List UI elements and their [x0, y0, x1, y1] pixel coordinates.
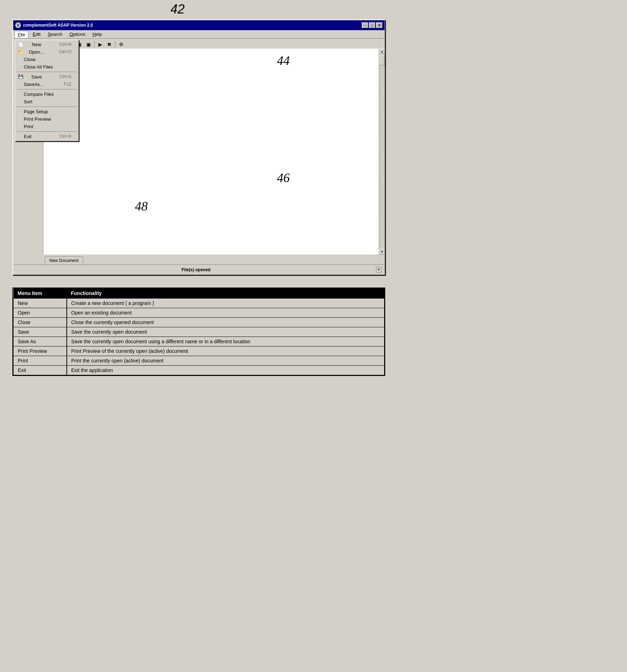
- table-cell-functionality: Create a new document ( a program ): [67, 299, 385, 308]
- menu-saveas[interactable]: SaveAs... F12: [15, 81, 78, 88]
- toolbar-frame2[interactable]: ▣: [84, 40, 93, 49]
- separator-4: [17, 131, 77, 132]
- scroll-down-button[interactable]: ▼: [379, 249, 385, 255]
- table-row: PrintPrint the currently open (active) d…: [13, 356, 385, 366]
- menu-new-shortcut: Ctrl+N: [59, 42, 71, 47]
- menu-compare-label: Compare Files: [24, 92, 54, 97]
- app-icon: S: [15, 22, 21, 28]
- table-row: CloseClose the currently opened document: [13, 318, 385, 327]
- menu-pagesetup-label: Page Setup: [24, 109, 48, 114]
- annotation-46: 46: [277, 170, 290, 185]
- menu-sort-label: Sort: [24, 99, 32, 104]
- menu-file-label: File: [18, 32, 25, 37]
- title-bar: S complementSoft ASAP Version 2.0 ─ □ ✕: [13, 20, 385, 30]
- table-row: Save AsSave the currently open document …: [13, 337, 385, 346]
- tab-bar: New Document: [43, 255, 385, 264]
- menu-sort[interactable]: Sort: [15, 98, 78, 105]
- annotation-42: 42: [170, 2, 185, 17]
- separator-2: [17, 89, 77, 89]
- table-cell-functionality: Print Preview of the currently open (act…: [67, 346, 385, 356]
- table-cell-menu-item: Exit: [13, 366, 67, 375]
- menu-save-shortcut: Ctrl+S: [59, 74, 71, 79]
- menu-close-all-label: Close All Files: [24, 64, 53, 70]
- menu-new-icon: 📄: [18, 42, 24, 47]
- menu-open[interactable]: 📂 Open... Ctrl+O: [15, 48, 78, 56]
- toolbar-sep4: [115, 41, 115, 48]
- status-text: File(s) opened: [16, 267, 376, 272]
- menu-close-label: Close: [24, 57, 36, 62]
- toolbar-sep3: [94, 41, 94, 48]
- menu-print-label: Print: [24, 124, 33, 129]
- table-row: SaveSave the currently open document: [13, 327, 385, 337]
- menu-open-label: Open...: [29, 49, 44, 55]
- toolbar-stop[interactable]: ✖: [105, 40, 114, 49]
- separator-3: [17, 106, 77, 107]
- status-bar: File(s) opened ▼: [13, 264, 385, 274]
- table-cell-functionality: Print the currently open (active) docume…: [67, 356, 385, 366]
- menu-close-all[interactable]: Close All Files: [15, 63, 78, 71]
- table-header-menu-item: Menu Item: [13, 288, 67, 299]
- menu-bar: File 📄 New Ctrl+N 📂 Open... Ctrl+O Close: [13, 30, 385, 39]
- table-cell-functionality: Exit the application: [67, 366, 385, 375]
- table-cell-menu-item: New: [13, 299, 67, 308]
- separator-1: [17, 72, 77, 72]
- status-dropdown-button[interactable]: ▼: [376, 267, 382, 273]
- table-cell-menu-item: Save: [13, 327, 67, 337]
- table-header-functionality: Functionality: [67, 288, 385, 299]
- menu-open-icon: 📂: [18, 49, 24, 54]
- menu-new-label: New: [32, 42, 41, 47]
- title-bar-left: S complementSoft ASAP Version 2.0: [15, 22, 93, 28]
- reference-table: Menu Item Functionality NewCreate a new …: [12, 288, 385, 376]
- menu-compare[interactable]: Compare Files: [15, 91, 78, 98]
- menu-print[interactable]: Print: [15, 123, 78, 130]
- menu-saveas-label: SaveAs...: [24, 82, 44, 87]
- menu-search[interactable]: Search: [45, 31, 65, 38]
- table-row: ExitExit the application: [13, 366, 385, 375]
- vertical-scrollbar[interactable]: ▲ ▼: [379, 49, 385, 255]
- menu-exit-label: Exit: [24, 134, 32, 139]
- table-cell-menu-item: Save As: [13, 337, 67, 346]
- toolbar-arrow[interactable]: ▶: [96, 40, 104, 49]
- annotation-44: 44: [277, 53, 290, 68]
- table-cell-functionality: Open an existing document: [67, 308, 385, 318]
- menu-save[interactable]: 💾 Save Ctrl+S: [15, 73, 78, 81]
- table-cell-functionality: Save the currently open document using a…: [67, 337, 385, 346]
- new-document-tab[interactable]: New Document: [45, 256, 83, 264]
- table-cell-menu-item: Open: [13, 308, 67, 318]
- table-cell-menu-item: Print: [13, 356, 67, 366]
- table-row: OpenOpen an existing document: [13, 308, 385, 318]
- annotation-48: 48: [135, 199, 148, 214]
- menu-pagesetup[interactable]: Page Setup: [15, 108, 78, 115]
- table-cell-functionality: Save the currently open document: [67, 327, 385, 337]
- main-area: [43, 49, 385, 255]
- table-cell-menu-item: Close: [13, 318, 67, 327]
- close-button[interactable]: ✕: [376, 22, 382, 28]
- table-row: Print PreviewPrint Preview of the curren…: [13, 346, 385, 356]
- menu-new[interactable]: 📄 New Ctrl+N: [15, 41, 78, 48]
- minimize-button[interactable]: ─: [362, 22, 368, 28]
- menu-edit[interactable]: Edit: [30, 31, 43, 38]
- menu-reference-table: Menu Item Functionality NewCreate a new …: [13, 288, 385, 375]
- menu-save-icon: 💾: [18, 74, 24, 79]
- menu-printpreview[interactable]: Print Preview: [15, 115, 78, 123]
- menu-options[interactable]: Options: [67, 31, 88, 38]
- scroll-track[interactable]: [379, 54, 385, 249]
- menu-open-shortcut: Ctrl+O: [59, 49, 71, 54]
- menu-file[interactable]: File 📄 New Ctrl+N 📂 Open... Ctrl+O Close: [15, 31, 28, 38]
- toolbar-circle[interactable]: ⚙: [117, 40, 125, 49]
- table-row: NewCreate a new document ( a program ): [13, 299, 385, 308]
- window-title: complementSoft ASAP Version 2.0: [23, 23, 93, 28]
- menu-exit[interactable]: Exit Ctrl+X: [15, 133, 78, 140]
- scroll-thumb[interactable]: [380, 55, 385, 65]
- title-controls: ─ □ ✕: [362, 22, 382, 28]
- table-cell-menu-item: Print Preview: [13, 346, 67, 356]
- menu-printpreview-label: Print Preview: [24, 116, 51, 122]
- table-cell-functionality: Close the currently opened document: [67, 318, 385, 327]
- menu-saveas-shortcut: F12: [64, 82, 71, 87]
- file-dropdown-menu: 📄 New Ctrl+N 📂 Open... Ctrl+O Close Clos…: [15, 40, 79, 141]
- menu-close[interactable]: Close: [15, 56, 78, 63]
- menu-help[interactable]: Help: [89, 31, 105, 38]
- maximize-button[interactable]: □: [369, 22, 375, 28]
- scroll-up-button[interactable]: ▲: [379, 49, 385, 54]
- app-window: S complementSoft ASAP Version 2.0 ─ □ ✕ …: [12, 20, 385, 275]
